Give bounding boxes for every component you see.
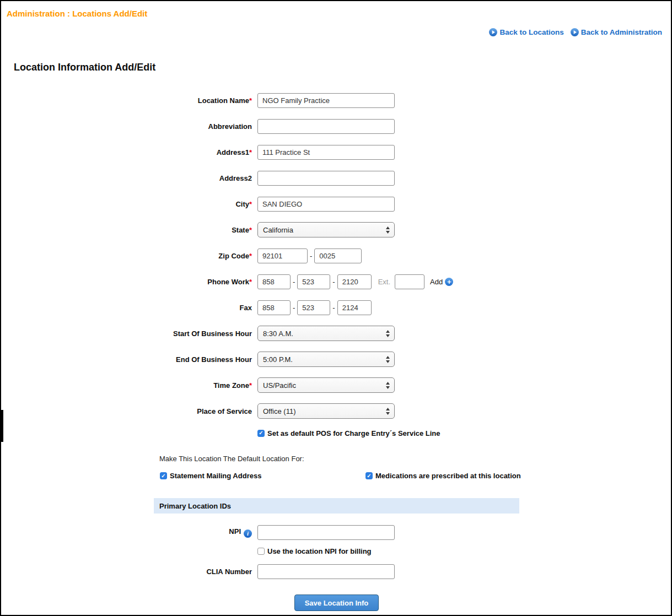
city-input[interactable] [257,197,395,212]
location-form: Location Name* Abbreviation Address1* Ad… [1,93,671,611]
top-links: Back to Locations Back to Administration [1,28,671,36]
phone-area-input[interactable] [257,274,291,289]
place-of-service-select[interactable]: Office (11) [257,403,395,419]
back-to-administration-label: Back to Administration [581,28,662,36]
city-row: City* [1,196,671,212]
npi-label: NPIi [1,527,257,538]
phone-line-input[interactable] [337,274,372,289]
default-location-options: Statement Mailing Address Medications ar… [160,472,671,480]
info-icon[interactable]: i [244,529,252,538]
location-name-row: Location Name* [1,93,671,108]
state-select-value: California [263,226,293,234]
medications-option: Medications are prescribed at this locat… [365,472,521,480]
npi-billing-checkbox[interactable] [257,548,265,555]
ext-label: Ext. [378,278,390,286]
time-zone-select[interactable]: US/Pacific [257,377,395,393]
medications-checkbox[interactable] [365,472,373,479]
start-hour-select-value: 8:30 A.M. [263,329,293,338]
fax-prefix-input[interactable] [297,300,330,315]
fax-separator: - [332,304,335,312]
add-phone-label: Add [430,278,443,286]
required-mark: * [249,96,252,105]
zip-input-1[interactable] [257,248,308,263]
primary-location-ids-header: Primary Location IDs [154,498,519,514]
address1-label: Address1* [1,148,257,156]
button-row: Save Location Info [154,595,519,611]
clia-label: CLIA Number [1,568,257,576]
location-name-label: Location Name* [1,96,257,105]
clia-input[interactable] [257,564,395,579]
npi-row: NPIi [1,525,671,540]
required-mark: * [249,226,252,234]
chevron-up-down-icon [385,355,390,364]
required-mark: * [249,200,252,208]
add-phone-icon[interactable]: + [445,278,453,286]
abbreviation-label: Abbreviation [1,122,257,131]
state-label: State* [1,226,257,234]
time-zone-row: Time Zone* US/Pacific [1,377,671,393]
time-zone-label: Time Zone* [1,381,257,390]
address2-row: Address2 [1,170,671,186]
phone-prefix-input[interactable] [297,274,330,289]
medications-label: Medications are prescribed at this locat… [375,472,521,480]
address1-row: Address1* [1,144,671,160]
required-mark: * [249,148,252,156]
start-hour-label: Start Of Business Hour [1,329,257,338]
address2-input[interactable] [257,171,395,186]
chevron-up-down-icon [385,407,390,415]
address1-input[interactable] [257,145,395,160]
clia-row: CLIA Number [1,564,671,579]
place-of-service-label: Place of Service [1,407,257,415]
required-mark: * [249,381,252,390]
end-hour-label: End Of Business Hour [1,355,257,364]
pos-default-row: Set as default POS for Charge Entry´s Se… [257,429,671,437]
page-title: Location Information Add/Edit [14,62,671,73]
breadcrumb: Administration : Locations Add/Edit [1,1,671,18]
back-to-locations-label: Back to Locations [499,28,563,36]
end-hour-row: End Of Business Hour 5:00 P.M. [1,352,671,367]
chevron-up-down-icon [385,381,390,390]
fax-line-input[interactable] [337,300,372,315]
fax-row: Fax - - [1,300,671,315]
phone-ext-input[interactable] [395,274,424,289]
start-hour-row: Start Of Business Hour 8:30 A.M. [1,326,671,341]
time-zone-select-value: US/Pacific [263,381,296,390]
state-select[interactable]: California [257,222,395,237]
save-location-button[interactable]: Save Location Info [294,595,379,611]
required-mark: * [249,252,252,260]
place-of-service-select-value: Office (11) [263,407,295,415]
npi-billing-label: Use the location NPI for billing [267,547,372,555]
phone-work-label: Phone Work* [1,278,257,286]
start-hour-select[interactable]: 8:30 A.M. [257,326,395,341]
place-of-service-row: Place of Service Office (11) [1,403,671,419]
zip-separator: - [310,252,312,260]
back-arrow-icon [571,28,579,36]
primary-location-ids-title: Primary Location IDs [159,502,231,510]
zip-input-2[interactable] [314,248,362,263]
default-location-heading: Make This Location The Default Location … [159,455,671,463]
npi-input[interactable] [257,525,395,540]
state-row: State* California [1,222,671,237]
address2-label: Address2 [1,174,257,182]
phone-separator: - [332,278,335,286]
end-hour-select-value: 5:00 P.M. [263,355,293,364]
fax-area-input[interactable] [257,300,291,315]
required-mark: * [249,278,252,286]
chevron-up-down-icon [385,329,390,338]
statement-mailing-label: Statement Mailing Address [170,472,261,480]
zip-row: Zip Code* - [1,248,671,263]
end-hour-select[interactable]: 5:00 P.M. [257,352,395,367]
zip-label: Zip Code* [1,252,257,260]
statement-mailing-option: Statement Mailing Address [160,472,365,480]
city-label: City* [1,200,257,208]
phone-separator: - [293,278,295,286]
location-name-input[interactable] [257,93,395,108]
abbreviation-row: Abbreviation [1,118,671,134]
back-to-administration-link[interactable]: Back to Administration [571,28,662,36]
statement-mailing-checkbox[interactable] [160,472,167,479]
fax-label: Fax [1,304,257,312]
abbreviation-input[interactable] [257,119,395,134]
pos-default-checkbox[interactable] [257,430,265,437]
back-to-locations-link[interactable]: Back to Locations [489,28,563,36]
phone-work-row: Phone Work* - - Ext. Add + [1,274,671,289]
